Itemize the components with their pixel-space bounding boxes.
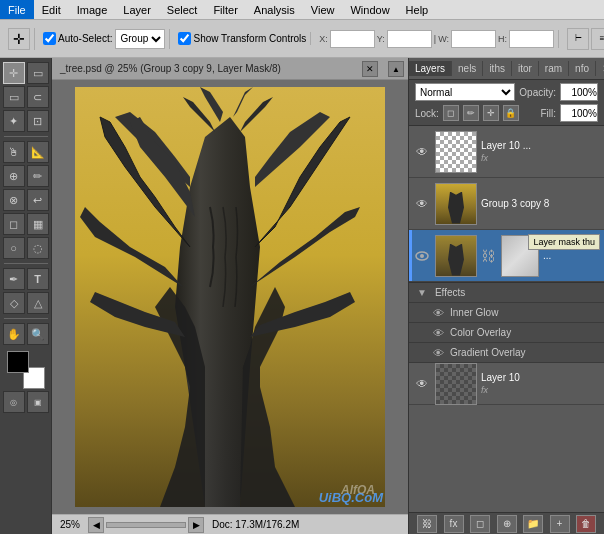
panel-close-btn[interactable]: ✕ — [596, 61, 604, 76]
ruler-tool[interactable]: 📐 — [27, 141, 49, 163]
history-tab[interactable]: itor — [512, 61, 539, 76]
x-input[interactable] — [330, 30, 375, 48]
menu-window[interactable]: Window — [342, 0, 397, 19]
add-mask-btn[interactable]: ◻ — [470, 515, 490, 533]
layer-2-visibility[interactable] — [413, 251, 431, 261]
blend-row: Normal Opacity: — [415, 83, 598, 101]
auto-select-dropdown[interactable]: Group — [115, 29, 165, 49]
artboard-tool[interactable]: ▭ — [27, 62, 49, 84]
add-style-btn[interactable]: fx — [444, 515, 464, 533]
canvas-image: AlfOA UiBQ.CoM — [75, 87, 385, 507]
canvas-content[interactable]: AlfOA UiBQ.CoM — [52, 80, 408, 514]
layer-item-1[interactable]: 👁 Group 3 copy 8 — [409, 178, 604, 230]
layer-0-visibility[interactable]: 👁 — [413, 145, 431, 159]
transform-controls-section: X: Y: | W: H: — [315, 30, 559, 48]
layer-link-icon[interactable]: ⛓ — [481, 248, 495, 264]
auto-select-checkbox[interactable] — [43, 32, 56, 45]
magic-wand-tool[interactable]: ✦ — [3, 110, 25, 132]
zoom-out-btn[interactable]: ▶ — [188, 517, 204, 533]
clone-tool[interactable]: ⊗ — [3, 189, 25, 211]
panel-tabs: Layers nels iths itor ram nfo ✕ — [409, 58, 604, 80]
delete-layer-btn[interactable]: 🗑 — [576, 515, 596, 533]
eyedropper-tool[interactable]: 🖱 — [3, 141, 25, 163]
show-transform-checkbox[interactable] — [178, 32, 191, 45]
blur-tool[interactable]: ◌ — [27, 237, 49, 259]
zoom-slider[interactable] — [106, 522, 186, 528]
inner-glow-row[interactable]: 👁 Inner Glow — [409, 303, 604, 323]
layer-0-info: Layer 10 ... fx — [481, 140, 600, 163]
actions-tab[interactable]: ram — [539, 61, 569, 76]
effects-expand-icon[interactable]: ▼ — [417, 287, 427, 298]
gradient-overlay-row[interactable]: 👁 Gradient Overlay — [409, 343, 604, 363]
color-overlay-row[interactable]: 👁 Color Overlay — [409, 323, 604, 343]
tree-thumb-bg-2 — [436, 236, 476, 276]
path-tool[interactable]: △ — [27, 292, 49, 314]
menu-filter[interactable]: Filter — [205, 0, 245, 19]
quick-mask-button[interactable]: ◎ — [3, 391, 25, 413]
brush-tool[interactable]: ✏ — [27, 165, 49, 187]
fill-input[interactable] — [560, 104, 598, 122]
marquee-tool[interactable]: ▭ — [3, 86, 25, 108]
inner-glow-eye[interactable]: 👁 — [433, 307, 444, 319]
move-tool-button[interactable]: ✛ — [8, 28, 30, 50]
new-group-btn[interactable]: 📁 — [523, 515, 543, 533]
layer-1-visibility[interactable]: 👁 — [413, 197, 431, 211]
eraser-tool[interactable]: ◻ — [3, 213, 25, 235]
wand-crop-pair: ✦ ⊡ — [3, 110, 49, 132]
w-input[interactable] — [451, 30, 496, 48]
lock-transparent-btn[interactable]: ◻ — [443, 105, 459, 121]
hand-tool[interactable]: ✋ — [3, 323, 25, 345]
paths-tab[interactable]: iths — [483, 61, 512, 76]
lock-image-btn[interactable]: ✏ — [463, 105, 479, 121]
y-input[interactable] — [387, 30, 432, 48]
link-layers-btn[interactable]: ⛓ — [417, 515, 437, 533]
new-layer-btn[interactable]: + — [550, 515, 570, 533]
text-tool[interactable]: T — [27, 268, 49, 290]
shape-tool[interactable]: ◇ — [3, 292, 25, 314]
layer-2-info: ... — [543, 250, 600, 261]
menu-analysis[interactable]: Analysis — [246, 0, 303, 19]
mask-mode-pair: ◎ ▣ — [3, 391, 49, 413]
menu-file[interactable]: File — [0, 0, 34, 19]
history-brush-tool[interactable]: ↩ — [27, 189, 49, 211]
dodge-tool[interactable]: ○ — [3, 237, 25, 259]
heal-tool[interactable]: ⊕ — [3, 165, 25, 187]
layer-item-0[interactable]: 👁 Layer 10 ... fx — [409, 126, 604, 178]
lock-row: Lock: ◻ ✏ ✛ 🔒 Fill: — [415, 104, 598, 122]
lock-position-btn[interactable]: ✛ — [483, 105, 499, 121]
layer-item-2[interactable]: ⛓ ... Layer mask thu — [409, 230, 604, 282]
menu-help[interactable]: Help — [398, 0, 437, 19]
tab-close-button[interactable]: ✕ — [362, 61, 378, 77]
lock-all-btn[interactable]: 🔒 — [503, 105, 519, 121]
menu-image[interactable]: Image — [69, 0, 116, 19]
layer-item-bottom[interactable]: 👁 Layer 10 fx — [409, 363, 604, 405]
layer-bottom-thumbnail — [435, 363, 477, 405]
align-center-btn[interactable]: ≡ — [591, 28, 604, 50]
move-tool[interactable]: ✛ — [3, 62, 25, 84]
h-input[interactable] — [509, 30, 554, 48]
color-overlay-eye[interactable]: 👁 — [433, 327, 444, 339]
menu-layer[interactable]: Layer — [115, 0, 159, 19]
lasso-tool[interactable]: ⊂ — [27, 86, 49, 108]
layers-tab[interactable]: Layers — [409, 61, 452, 76]
gradient-overlay-eye[interactable]: 👁 — [433, 347, 444, 359]
info-tab[interactable]: nfo — [569, 61, 596, 76]
pen-tool[interactable]: ✒ — [3, 268, 25, 290]
crop-tool[interactable]: ⊡ — [27, 110, 49, 132]
layer-bottom-visibility[interactable]: 👁 — [413, 377, 431, 391]
blend-mode-select[interactable]: Normal — [415, 83, 515, 101]
canvas-zoom-button[interactable]: ▲ — [388, 61, 404, 77]
gradient-tool[interactable]: ▦ — [27, 213, 49, 235]
zoom-tool[interactable]: 🔍 — [27, 323, 49, 345]
new-fill-adj-btn[interactable]: ⊕ — [497, 515, 517, 533]
foreground-color-swatch[interactable] — [7, 351, 29, 373]
align-left-btn[interactable]: ⊢ — [567, 28, 589, 50]
opacity-input[interactable] — [560, 83, 598, 101]
menu-select[interactable]: Select — [159, 0, 206, 19]
menu-edit[interactable]: Edit — [34, 0, 69, 19]
channels-tab[interactable]: nels — [452, 61, 483, 76]
tree-thumb-tree-2 — [446, 244, 466, 276]
menu-view[interactable]: View — [303, 0, 343, 19]
screen-mode-button[interactable]: ▣ — [27, 391, 49, 413]
zoom-in-btn[interactable]: ◀ — [88, 517, 104, 533]
